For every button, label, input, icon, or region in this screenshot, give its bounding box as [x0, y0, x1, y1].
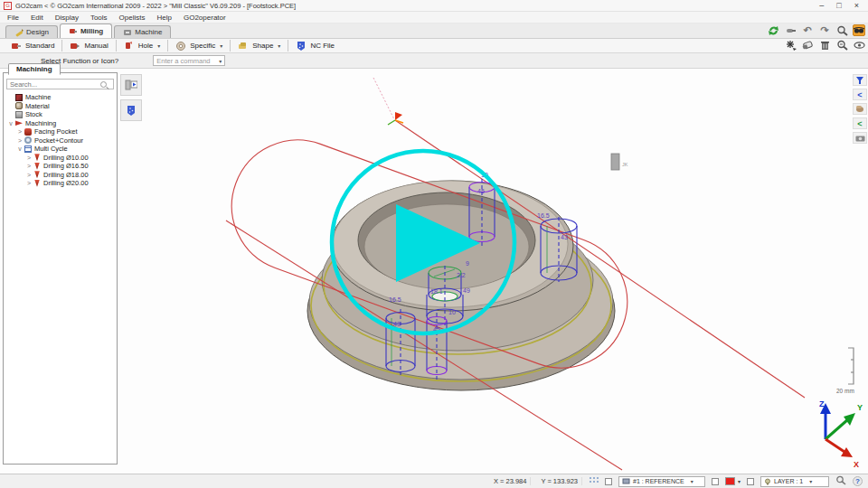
grid-icon[interactable]	[589, 476, 599, 487]
filter-icon[interactable]	[853, 74, 867, 86]
origin-marker	[388, 112, 403, 125]
menu-go2operator[interactable]: GO2operator	[184, 14, 226, 22]
nc-file-icon	[296, 41, 307, 52]
svg-text:49: 49	[463, 287, 470, 294]
layer-checkbox[interactable]	[747, 478, 754, 485]
tree-item-drilling-10[interactable]: >Drilling Ø10.00	[5, 154, 115, 163]
window-title: GO2cam < © GO2cam International 2009 - 2…	[15, 2, 296, 10]
command-combobox[interactable]: Enter a command ▾	[153, 55, 225, 66]
machine-icon	[15, 94, 23, 101]
material-icon	[15, 102, 23, 109]
x-coordinate: X = 23.984	[490, 477, 532, 485]
reference-select[interactable]: #1 : REFERENCE ▾	[618, 476, 705, 487]
chevron-down-icon: ▾	[809, 478, 812, 484]
svg-text:Y: Y	[857, 403, 863, 412]
tool-display-button[interactable]	[120, 99, 142, 121]
go2-glasses-icon[interactable]	[853, 24, 865, 36]
redraw-eye-icon[interactable]	[853, 39, 865, 51]
capture-icon[interactable]	[853, 132, 867, 144]
svg-text:X: X	[854, 460, 859, 469]
standard-button[interactable]: Standard	[4, 39, 61, 52]
simulation-icon	[125, 80, 137, 90]
machine-tab-icon	[123, 28, 132, 37]
undo-icon[interactable]: ↶	[801, 24, 814, 36]
search-input[interactable]	[10, 80, 100, 89]
tree-item-drilling-20[interactable]: >Drilling Ø20.00	[5, 179, 115, 188]
hide-elements-icon[interactable]	[784, 39, 797, 51]
delete-icon[interactable]	[818, 39, 831, 51]
manual-button[interactable]: Manual	[62, 39, 115, 52]
tab-milling[interactable]: Milling	[60, 23, 112, 38]
hole-icon	[124, 41, 135, 52]
specific-button[interactable]: Specific ▾	[168, 39, 230, 52]
shape-dropdown-arrow[interactable]: ▾	[278, 42, 280, 49]
refresh-icon[interactable]	[767, 24, 779, 36]
tree-item-machining[interactable]: vMachining	[5, 119, 115, 128]
help-icon[interactable]: ?	[853, 476, 863, 486]
menu-tools[interactable]: Tools	[90, 14, 108, 22]
svg-text:2.2: 2.2	[457, 272, 466, 278]
collapse-green-icon[interactable]: <	[853, 117, 867, 129]
tree-item-drilling-16-5[interactable]: >Drilling Ø16.50	[5, 162, 115, 171]
app-icon: G	[4, 2, 12, 10]
maximize-button[interactable]: □	[836, 1, 841, 11]
zoom-icon[interactable]	[835, 24, 848, 36]
close-button[interactable]: ×	[854, 1, 859, 11]
color-swatch[interactable]	[725, 477, 735, 485]
zoom-selection-icon[interactable]	[835, 39, 848, 51]
nc-file-button[interactable]: NC File	[288, 39, 342, 52]
shape-icon	[238, 41, 249, 52]
tab-machine[interactable]: Machine	[114, 25, 171, 38]
reference-checkbox[interactable]	[605, 478, 612, 485]
drilling-icon	[33, 180, 41, 187]
tree-item-stock[interactable]: Stock	[5, 110, 115, 119]
simulation-button[interactable]	[120, 74, 142, 96]
menu-edit[interactable]: Edit	[31, 14, 43, 22]
view-icon-row: ↶ ↷	[767, 24, 865, 36]
tree-search-box[interactable]	[6, 79, 114, 89]
layer-select[interactable]: LAYER : 1 ▾	[760, 476, 829, 487]
chevron-down-icon: ▾	[219, 58, 222, 64]
tree-item-material[interactable]: Material	[5, 102, 115, 111]
minimize-button[interactable]: –	[819, 1, 824, 11]
menu-file[interactable]: File	[7, 14, 19, 22]
tree-item-pocket-contour[interactable]: >Pocket+Contour	[5, 136, 115, 145]
redo-icon[interactable]: ↷	[818, 24, 831, 36]
zoom-value-icon[interactable]	[835, 475, 846, 487]
tree-item-multi-cycle[interactable]: vMulti Cycle	[5, 145, 115, 154]
pan-hand-icon[interactable]	[853, 103, 867, 115]
menu-opelists[interactable]: Opelists	[119, 14, 146, 22]
color-checkbox[interactable]	[712, 478, 719, 485]
grab-tool-icon[interactable]	[784, 24, 797, 36]
svg-text:16.5: 16.5	[389, 296, 401, 303]
title-bar: G GO2cam < © GO2cam International 2009 -…	[0, 0, 868, 12]
svg-text:JK: JK	[622, 162, 628, 167]
3d-viewport[interactable]: 10 45 16.5 43 9 2.2 18.1 49 16.5 43 10 4…	[0, 69, 868, 474]
tab-machining-panel[interactable]: Machining	[8, 63, 61, 75]
reference-icon	[622, 478, 630, 485]
standard-cycle-icon	[11, 41, 22, 52]
tree-item-machine[interactable]: Machine	[5, 93, 115, 102]
machining-tree: Machine Material Stock vMachining >Facin…	[5, 93, 115, 188]
tab-design[interactable]: Design	[5, 25, 58, 38]
eraser-icon[interactable]	[801, 39, 814, 51]
shape-button[interactable]: Shape ▾	[231, 39, 288, 52]
specific-dropdown-arrow[interactable]: ▾	[220, 42, 222, 49]
color-dropdown-arrow[interactable]: ▾	[738, 478, 741, 484]
hole-dropdown-arrow[interactable]: ▾	[157, 42, 160, 49]
y-coordinate: Y = 133.923	[537, 477, 582, 485]
svg-text:9: 9	[466, 260, 469, 267]
tree-item-drilling-18[interactable]: >Drilling Ø18.00	[5, 171, 115, 180]
hole-button[interactable]: Hole ▾	[117, 39, 167, 52]
svg-text:10: 10	[448, 309, 456, 315]
pencil-icon	[14, 28, 24, 37]
scale-indicator: 20 mm	[836, 348, 854, 394]
menu-display[interactable]: Display	[55, 14, 79, 22]
svg-text:43: 43	[561, 234, 568, 240]
tree-item-facing-pocket[interactable]: >Facing Pocket	[5, 127, 115, 136]
menu-help[interactable]: Help	[157, 14, 172, 22]
right-edge-toolbar: < <	[853, 74, 867, 144]
edit-icon-row	[784, 39, 865, 51]
specific-icon	[175, 41, 186, 52]
collapse-blue-icon[interactable]: <	[853, 89, 867, 100]
